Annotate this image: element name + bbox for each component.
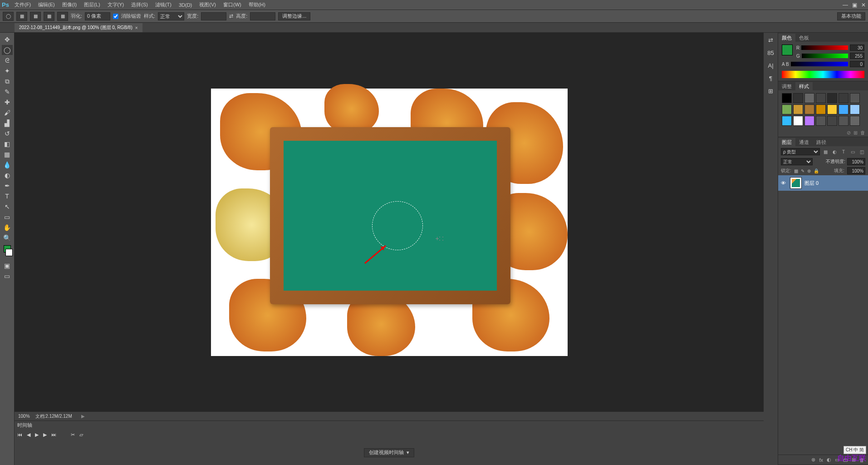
styles-clear-icon[interactable]: ⊘	[847, 130, 851, 136]
workspace-button[interactable]: 基本功能	[837, 12, 865, 20]
healing-brush-tool[interactable]: ✚	[2, 97, 13, 107]
style-swatch[interactable]	[804, 116, 814, 126]
g-slider[interactable]	[802, 54, 848, 58]
style-swatch[interactable]	[850, 104, 860, 114]
lock-trans-icon[interactable]: ▦	[794, 168, 798, 173]
tab-layers[interactable]: 图层	[778, 138, 795, 146]
menu-filter[interactable]: 滤镜(T)	[152, 0, 175, 10]
document-tab-close-icon[interactable]: ×	[135, 25, 138, 30]
timeline-cut-icon[interactable]: ✂	[71, 432, 75, 438]
selection-add-icon[interactable]: ▦	[30, 12, 41, 21]
crop-tool[interactable]: ⧉	[2, 76, 13, 86]
timeline-transition-icon[interactable]: ▱	[79, 432, 83, 438]
height-input[interactable]	[250, 12, 275, 20]
color-foreground-swatch[interactable]	[782, 45, 793, 55]
create-video-timeline-button[interactable]: 创建视频时间轴 ▾	[364, 448, 414, 457]
style-swatch[interactable]	[827, 93, 837, 103]
selection-subtract-icon[interactable]: ▦	[44, 12, 54, 21]
timeline-play-icon[interactable]: ▶	[35, 432, 39, 438]
style-swatch[interactable]	[782, 116, 792, 126]
layer-fx-icon[interactable]: fx	[819, 457, 823, 463]
menu-image[interactable]: 图像(I)	[59, 0, 80, 10]
styles-new-icon[interactable]: ⊞	[853, 130, 858, 136]
width-input[interactable]	[201, 12, 226, 20]
refine-edge-button[interactable]: 调整边缘...	[278, 12, 310, 20]
tab-channels[interactable]: 通道	[795, 138, 813, 146]
eraser-tool[interactable]: ◧	[2, 139, 13, 149]
b-input[interactable]	[850, 61, 864, 67]
properties-panel-icon[interactable]: 85	[766, 48, 775, 57]
style-select[interactable]: 正常	[158, 12, 184, 20]
menu-help[interactable]: 帮助(H)	[245, 0, 269, 10]
r-slider[interactable]	[801, 45, 848, 50]
background-color-swatch[interactable]	[5, 249, 13, 256]
style-swatch[interactable]	[793, 116, 803, 126]
style-swatch[interactable]	[839, 104, 848, 114]
b-slider[interactable]	[791, 62, 848, 66]
move-tool[interactable]: ✥	[2, 35, 13, 45]
rectangle-tool[interactable]: ▭	[2, 212, 13, 222]
menu-view[interactable]: 视图(V)	[196, 0, 220, 10]
lock-pos-icon[interactable]: ⊕	[807, 168, 811, 173]
gradient-tool[interactable]: ▦	[2, 149, 13, 159]
style-swatch[interactable]	[816, 104, 826, 114]
selection-intersect-icon[interactable]: ▦	[57, 12, 68, 21]
lock-paint-icon[interactable]: ✎	[801, 168, 804, 173]
layer-thumbnail[interactable]	[790, 177, 802, 189]
minimize-button[interactable]: —	[841, 0, 850, 10]
style-swatch[interactable]	[850, 116, 860, 126]
opacity-input[interactable]	[847, 158, 865, 165]
blur-tool[interactable]: 💧	[2, 160, 13, 170]
menu-select[interactable]: 选择(S)	[128, 0, 152, 10]
lock-all-icon[interactable]: 🔒	[814, 168, 819, 173]
style-swatch[interactable]	[816, 93, 826, 103]
lasso-tool[interactable]: ᘓ	[2, 55, 13, 65]
styles-delete-icon[interactable]: 🗑	[860, 130, 865, 135]
style-swatch[interactable]	[839, 116, 848, 126]
style-swatch[interactable]	[827, 104, 837, 114]
timeline-last-icon[interactable]: ⏭	[51, 432, 56, 437]
filter-pixel-icon[interactable]: ▦	[822, 148, 829, 155]
menu-window[interactable]: 窗口(W)	[220, 0, 245, 10]
brush-tool[interactable]: 🖌	[2, 108, 13, 118]
menu-type[interactable]: 文字(Y)	[104, 0, 128, 10]
character-panel-icon[interactable]: A|	[766, 61, 775, 70]
pen-tool[interactable]: ✒	[2, 181, 13, 191]
document-tab[interactable]: 2022-12-08_111449_副本.png @ 100% (图层 0, R…	[15, 23, 142, 32]
feather-input[interactable]	[85, 12, 110, 20]
zoom-tool[interactable]: 🔍	[2, 233, 13, 243]
dodge-tool[interactable]: ◐	[2, 170, 13, 180]
tab-styles[interactable]: 样式	[795, 82, 813, 90]
style-swatch[interactable]	[793, 104, 803, 114]
filter-shape-icon[interactable]: ▭	[849, 148, 856, 155]
tab-adjustments[interactable]: 调整	[778, 82, 795, 90]
clone-stamp-tool[interactable]: ▟	[2, 118, 13, 128]
timeline-tab[interactable]: 时间轴	[15, 421, 764, 429]
navigator-panel-icon[interactable]: ⊞	[766, 86, 775, 95]
quickmask-tool[interactable]: ▣	[2, 261, 13, 271]
history-brush-tool[interactable]: ↺	[2, 129, 13, 139]
timeline-next-icon[interactable]: ▶	[43, 432, 47, 438]
filter-type-icon[interactable]: T	[840, 148, 847, 155]
menu-file[interactable]: 文件(F)	[11, 0, 34, 10]
style-swatch[interactable]	[839, 93, 848, 103]
maximize-button[interactable]: ▣	[850, 0, 859, 10]
style-swatch[interactable]	[850, 93, 860, 103]
path-selection-tool[interactable]: ↖	[2, 202, 13, 212]
marquee-tool[interactable]: ◯	[2, 45, 13, 55]
fill-input[interactable]	[847, 167, 865, 174]
history-panel-icon[interactable]: ⇄	[766, 35, 775, 45]
menu-3d[interactable]: 3D(D)	[175, 0, 196, 10]
r-input[interactable]	[850, 45, 864, 51]
menu-edit[interactable]: 编辑(E)	[34, 0, 59, 10]
style-swatch[interactable]	[804, 104, 814, 114]
tab-color[interactable]: 颜色	[778, 34, 795, 42]
g-input[interactable]	[850, 53, 864, 59]
style-swatch[interactable]	[793, 93, 803, 103]
timeline-prev-icon[interactable]: ◀	[27, 432, 30, 438]
style-swatch[interactable]	[804, 93, 814, 103]
style-swatch[interactable]	[782, 104, 792, 114]
screenmode-tool[interactable]: ▭	[2, 271, 13, 281]
paragraph-panel-icon[interactable]: ¶	[766, 74, 775, 83]
magic-wand-tool[interactable]: ✦	[2, 66, 13, 76]
